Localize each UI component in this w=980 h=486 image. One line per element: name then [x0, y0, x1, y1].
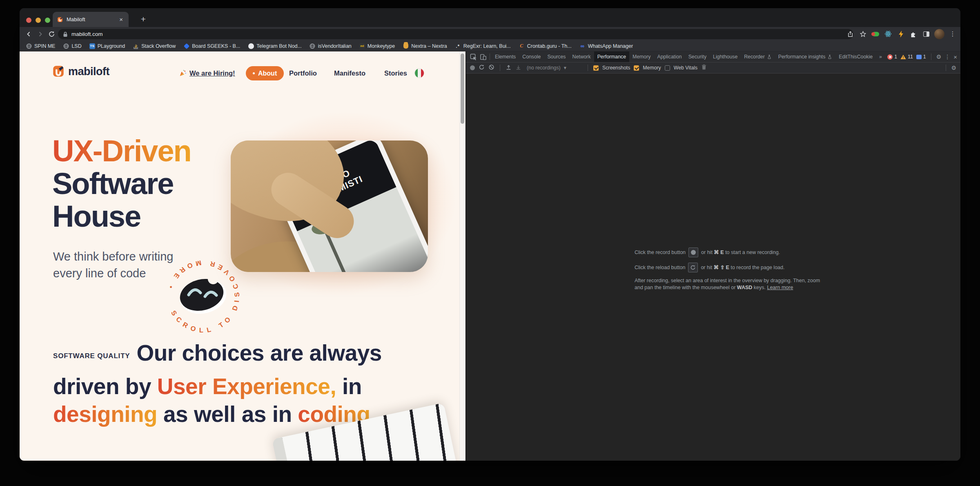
typescript-icon: TS	[89, 43, 95, 49]
split-view-extension-icon[interactable]	[922, 29, 931, 38]
devtools-tab-console[interactable]: Console	[519, 51, 544, 62]
software-quality-label: SOFTWARE QUALITY	[53, 342, 130, 370]
scrollbar-thumb[interactable]	[461, 54, 464, 124]
devtools-close-icon[interactable]: ×	[953, 54, 957, 60]
experimental-flask-icon	[827, 54, 832, 60]
mabiloft-favicon	[57, 16, 63, 23]
browser-toolbar: mabiloft.com ⋮	[20, 27, 960, 41]
load-profile-icon[interactable]	[506, 64, 512, 71]
devtools-tab-security[interactable]: Security	[685, 51, 710, 62]
close-tab-icon[interactable]: ×	[118, 16, 125, 23]
json-viewer-extension-icon[interactable]	[871, 29, 880, 38]
devtools-tab-elements[interactable]: Elements	[492, 51, 519, 62]
page-scrollbar[interactable]	[459, 51, 466, 461]
warning-icon	[900, 54, 906, 60]
react-devtools-extension-icon[interactable]	[884, 29, 893, 38]
devtools-tab-recorder[interactable]: Recorder	[741, 51, 775, 62]
save-profile-icon[interactable]	[515, 64, 521, 71]
devtools-tab-performance-insights[interactable]: Performance insights	[775, 51, 836, 62]
quality-statement: SOFTWARE QUALITYOur choices are always d…	[53, 339, 440, 428]
nav-we-are-hiring[interactable]: We are Hiring!	[179, 69, 235, 77]
lightning-extension-icon[interactable]	[896, 29, 905, 38]
meta-infinity-icon: ∞	[579, 43, 586, 49]
bookmark-item[interactable]: Telegram Bot Nod...	[248, 43, 301, 49]
back-icon[interactable]	[23, 28, 34, 40]
devtools-tab-performance[interactable]: Performance	[594, 51, 629, 62]
zoom-button[interactable]	[45, 18, 50, 23]
record-button[interactable]	[470, 65, 475, 70]
jira-diamond-icon	[183, 43, 189, 49]
devtools-settings-icon[interactable]: ⚙	[936, 54, 942, 60]
memory-checkbox[interactable]	[634, 65, 639, 71]
italian-flag-icon[interactable]	[415, 69, 424, 78]
issues-badge[interactable]: 1	[916, 54, 926, 60]
bookmark-item[interactable]: TSPLayground	[89, 43, 125, 49]
new-tab-button[interactable]: +	[137, 13, 149, 25]
nav-portfolio[interactable]: Portfolio	[289, 69, 317, 77]
recordings-dropdown[interactable]: (no recordings)▾	[525, 65, 582, 71]
devtools-tab-editthiscookie[interactable]: EditThisCookie	[835, 51, 876, 62]
bookmark-item[interactable]: ∞WhatsApp Manager	[579, 43, 633, 49]
bookmark-item[interactable]: Board SGEEKS - B...	[183, 43, 240, 49]
site-logo[interactable]: mabiloft	[51, 65, 109, 78]
console-warnings-badge[interactable]: 11	[900, 54, 913, 60]
bookmark-item[interactable]: mtMonkeytype	[359, 43, 395, 49]
dropdown-arrow-icon: ▾	[564, 65, 566, 71]
browser-tab[interactable]: Mabiloft ×	[53, 12, 129, 27]
hero-heading-line3: House	[52, 200, 191, 233]
close-button[interactable]	[26, 18, 31, 23]
bookmark-item[interactable]: Stack Overflow	[133, 43, 176, 49]
performance-toolbar: (no recordings)▾ Screenshots Memory Web …	[466, 62, 960, 74]
capture-settings-gear-icon[interactable]: ⚙	[951, 65, 956, 71]
party-popper-icon	[179, 69, 187, 77]
learn-more-link[interactable]: Learn more	[767, 285, 793, 290]
globe-icon	[310, 43, 316, 49]
nav-stories[interactable]: Stories	[384, 69, 407, 77]
bookmark-item[interactable]: .*RegExr: Learn, Bui...	[455, 43, 511, 49]
hero-heading: UX-Driven Software House	[52, 135, 191, 233]
performance-instructions: Click the record button or hit ⌘ E to st…	[635, 247, 826, 291]
screenshots-checkbox[interactable]	[593, 65, 599, 71]
traffic-lights	[26, 18, 50, 23]
inspect-element-icon[interactable]	[468, 51, 478, 62]
share-icon[interactable]	[846, 29, 855, 38]
webpage-viewport: mabiloft We are Hiring! About Portfolio …	[20, 51, 466, 461]
console-errors-badge[interactable]: 1	[887, 54, 897, 60]
stackoverflow-icon	[133, 43, 139, 49]
devtools-tab-lighthouse[interactable]: Lighthouse	[710, 51, 741, 62]
minimize-button[interactable]	[36, 18, 41, 23]
hero-heading-line2: Software	[52, 167, 191, 200]
clear-button[interactable]	[488, 64, 494, 71]
more-tabs-button[interactable]: »	[876, 51, 885, 62]
profile-avatar[interactable]	[934, 29, 944, 39]
forward-icon[interactable]	[34, 28, 46, 40]
devtools-tab-sources[interactable]: Sources	[544, 51, 569, 62]
devtools-menu-icon[interactable]: ⋮	[944, 54, 950, 60]
reload-button-hint-icon	[688, 263, 698, 272]
nav-about-active[interactable]: About	[246, 66, 284, 80]
bookmark-item[interactable]: Nextra – Nextra	[403, 43, 447, 49]
chrome-menu-icon[interactable]: ⋮	[948, 29, 957, 38]
crontab-icon: C	[519, 43, 525, 49]
bookmark-item[interactable]: CCrontab.guru - Th...	[519, 43, 572, 49]
bookmark-star-icon[interactable]	[858, 29, 867, 38]
address-bar[interactable]: mabiloft.com	[58, 29, 853, 39]
globe-icon	[26, 43, 32, 49]
devtools-tab-memory[interactable]: Memory	[629, 51, 654, 62]
bookmark-item[interactable]: isVendorItalian	[310, 43, 352, 49]
toolbar-actions: ⋮	[846, 27, 957, 41]
devtools-tab-application[interactable]: Application	[654, 51, 685, 62]
hand-icon	[403, 43, 409, 49]
regexr-icon: .*	[455, 43, 461, 49]
web-vitals-checkbox[interactable]	[665, 65, 670, 71]
trash-icon[interactable]	[701, 64, 707, 71]
reload-and-record-button[interactable]	[479, 64, 485, 71]
bookmark-item[interactable]: LSD	[63, 43, 81, 49]
nav-manifesto[interactable]: Manifesto	[334, 69, 365, 77]
reload-icon[interactable]	[46, 28, 57, 40]
extensions-puzzle-icon[interactable]	[909, 29, 918, 38]
device-toolbar-icon[interactable]	[478, 51, 488, 62]
devtools-tab-network[interactable]: Network	[569, 51, 594, 62]
bookmark-item[interactable]: SPIN ME	[26, 43, 55, 49]
hero-video-thumbnail[interactable]: CORSO CERAMISTI DESIGN EXPOSITION	[231, 140, 428, 272]
